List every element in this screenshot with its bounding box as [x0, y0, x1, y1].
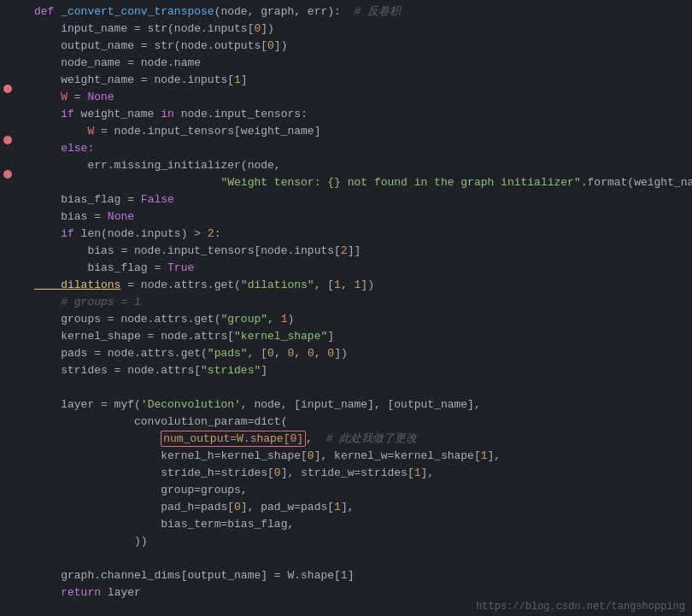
line-3: output_name = str(node.outputs[0]) [0, 38, 692, 55]
footer-url: https://blog.csdn.net/tangshopping [469, 597, 692, 616]
line-content-1: def _convert_conv_transpose(node, graph,… [31, 3, 692, 21]
line-content-20: kernel_shape = node.attrs["kernel_shape"… [31, 328, 692, 345]
line-content-22: strides = node.attrs["strides"] [31, 362, 692, 379]
keyword-def: def [34, 5, 61, 18]
line-23 [0, 379, 692, 396]
line-content-28: stride_h=strides[0], stride_w=strides[1]… [31, 465, 692, 482]
line-34: graph.channel_dims[output_name] = W.shap… [0, 567, 692, 584]
line-content-34: graph.channel_dims[output_name] = W.shap… [31, 567, 692, 584]
line-7: if weight_name in node.input_tensors: [0, 106, 692, 123]
line-12: bias_flag = False [0, 191, 692, 208]
line-21: pads = node.attrs.get("pads", [0, 0, 0, … [0, 345, 692, 362]
line-content-17: dilations = node.attrs.get("dilations", … [31, 277, 692, 294]
line-content-16: bias_flag = True [31, 260, 692, 277]
line-17: dilations = node.attrs.get("dilations", … [0, 277, 692, 294]
line-32: )) [0, 533, 692, 550]
line-content-14: if len(node.inputs) > 2: [31, 226, 692, 243]
line-content-12: bias_flag = False [31, 191, 692, 208]
line-content-32: )) [31, 533, 692, 550]
line-11: "Weight tensor: {} not found in the grap… [0, 174, 692, 191]
line-content-11: "Weight tensor: {} not found in the grap… [31, 174, 692, 191]
line-content-2: input_name = str(node.inputs[0]) [31, 21, 692, 38]
line-content-5: weight_name = node.inputs[1] [31, 72, 692, 89]
line-20: kernel_shape = node.attrs["kernel_shape"… [0, 328, 692, 345]
code-editor: def _convert_conv_transpose(node, graph,… [0, 0, 692, 605]
line-15: bias = node.input_tensors[node.inputs[2]… [0, 243, 692, 260]
line-content-26: num_output=W.shape[0], # 此处我做了更改 [31, 431, 692, 448]
line-30: pad_h=pads[0], pad_w=pads[1], [0, 499, 692, 516]
line-content-6: W = None [31, 89, 692, 106]
line-content-8: W = node.input_tensors[weight_name] [31, 123, 692, 140]
line-18: # groups = 1 [0, 294, 692, 311]
line-content-24: layer = myf('Deconvolution', node, [inpu… [31, 396, 692, 414]
found-text: found [374, 176, 408, 189]
line-content-13: bias = None [31, 208, 692, 226]
line-25: convolution_param=dict( [0, 414, 692, 431]
footer-url-text: https://blog.csdn.net/tangshopping [476, 601, 685, 613]
line-content-18: # groups = 1 [31, 294, 692, 311]
line-19: groups = node.attrs.get("group", 1) [0, 311, 692, 328]
line-27: kernel_h=kernel_shape[0], kernel_w=kerne… [0, 448, 692, 465]
line-4: node_name = node.name [0, 55, 692, 72]
line-content-10: err.missing_initializer(node, [31, 157, 692, 174]
comment-1: # 反卷积 [354, 5, 401, 18]
line-content-27: kernel_h=kernel_shape[0], kernel_w=kerne… [31, 448, 692, 465]
line-content-25: convolution_param=dict( [31, 414, 692, 431]
line-24: layer = myf('Deconvolution', node, [inpu… [0, 396, 692, 414]
line-content-29: group=groups, [31, 482, 692, 499]
func-name: _convert_conv_transpose [61, 5, 214, 18]
line-8: W = node.input_tensors[weight_name] [0, 123, 692, 140]
line-1: def _convert_conv_transpose(node, graph,… [0, 3, 692, 21]
highlight-box: num_output=W.shape[0] [161, 431, 306, 447]
line-10: err.missing_initializer(node, [0, 157, 692, 174]
line-29: group=groups, [0, 482, 692, 499]
line-33 [0, 550, 692, 567]
line-content-31: bias_term=bias_flag, [31, 516, 692, 533]
line-content-30: pad_h=pads[0], pad_w=pads[1], [31, 499, 692, 516]
line-content-15: bias = node.input_tensors[node.inputs[2]… [31, 243, 692, 260]
line-content-23 [31, 379, 692, 396]
line-6: W = None [0, 89, 692, 106]
line-13: bias = None [0, 208, 692, 226]
line-content-4: node_name = node.name [31, 55, 692, 72]
line-16: bias_flag = True [0, 260, 692, 277]
line-content-3: output_name = str(node.outputs[0]) [31, 38, 692, 55]
line-14: if len(node.inputs) > 2: [0, 226, 692, 243]
line-content-9: else: [31, 140, 692, 157]
line-22: strides = node.attrs["strides"] [0, 362, 692, 379]
line-26: num_output=W.shape[0], # 此处我做了更改 [0, 431, 692, 448]
line-28: stride_h=strides[0], stride_w=strides[1]… [0, 465, 692, 482]
line-content-19: groups = node.attrs.get("group", 1) [31, 311, 692, 328]
line-31: bias_term=bias_flag, [0, 516, 692, 533]
line-content-21: pads = node.attrs.get("pads", [0, 0, 0, … [31, 345, 692, 362]
line-5: weight_name = node.inputs[1] [0, 72, 692, 89]
line-2: input_name = str(node.inputs[0]) [0, 21, 692, 38]
line-content-7: if weight_name in node.input_tensors: [31, 106, 692, 123]
line-9: else: [0, 140, 692, 157]
line-content-33 [31, 550, 692, 567]
